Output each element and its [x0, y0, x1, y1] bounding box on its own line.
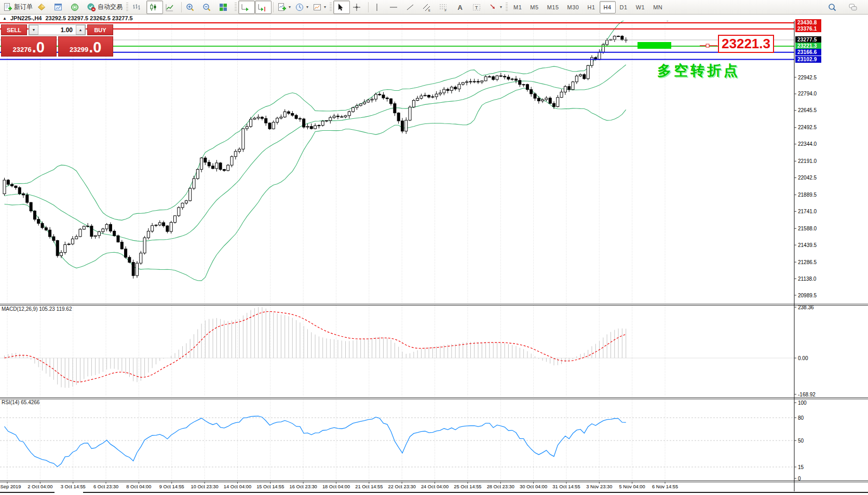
text-label-icon: T	[472, 3, 481, 12]
svg-text:31 Oct 14:55: 31 Oct 14:55	[552, 484, 580, 489]
toolbar-separator	[181, 2, 182, 12]
svg-text:15 Oct 14:55: 15 Oct 14:55	[256, 484, 284, 489]
volume-decrease-button[interactable]: ▼	[29, 25, 38, 35]
timeframe-mn-button[interactable]: MN	[649, 1, 667, 13]
svg-text:22 Oct 23:30: 22 Oct 23:30	[388, 484, 416, 489]
chevron-down-icon[interactable]: ▾	[306, 5, 308, 9]
toolbar-chart-shift-button[interactable]	[255, 1, 272, 14]
crosshair-icon	[352, 3, 361, 12]
bottom-edge-segment	[0, 492, 55, 493]
svg-text:6 Nov 14:55: 6 Nov 14:55	[652, 484, 678, 489]
toolbar-horizontal-line-button[interactable]	[387, 1, 403, 14]
timeframe-m30-button[interactable]: M30	[563, 1, 584, 13]
toolbar-tile-windows-button[interactable]	[216, 1, 233, 14]
timeframe-m5-button[interactable]: M5	[526, 1, 542, 13]
buy-button[interactable]: BUY	[87, 24, 113, 35]
toolbar-separator	[330, 3, 332, 12]
toolbar-indicators-button[interactable]: ▾	[275, 1, 293, 14]
toolbar-fibonacci-button[interactable]: F	[437, 1, 453, 14]
toolbar-arrows-button[interactable]: ▾	[486, 1, 504, 14]
price-axis[interactable]: 22942.522794.022645.522492.522344.022191…	[794, 75, 817, 482]
svg-text:8 Oct 04:00: 8 Oct 04:00	[126, 484, 151, 489]
toolbar-candles-chart-button[interactable]	[146, 1, 163, 14]
toolbar-autotrading-button[interactable]: 自动交易	[85, 1, 125, 14]
toolbar-zoom-in-button[interactable]	[183, 1, 200, 14]
chevron-down-icon[interactable]: ▾	[500, 5, 502, 9]
timeframe-m15-button[interactable]: M15	[543, 1, 563, 13]
price-callout-label[interactable]: 23221.3	[718, 35, 774, 53]
toolbar-crosshair-button[interactable]	[350, 1, 367, 14]
toolbar-chat-button[interactable]	[846, 1, 863, 14]
toolbar-text-label-button[interactable]: T	[470, 1, 486, 14]
sell-button[interactable]: SELL	[1, 24, 27, 35]
timeframe-d1-button[interactable]: D1	[616, 1, 632, 13]
chevron-down-icon[interactable]: ▾	[324, 5, 326, 9]
time-axis[interactable]: 30 Sep 20192 Oct 04:003 Oct 14:556 Oct 2…	[0, 482, 678, 490]
timeframe-w1-button[interactable]: W1	[632, 1, 649, 13]
sell-price-frac: .0	[32, 40, 45, 55]
rsi-header: RSI(14) 65.4266	[2, 400, 39, 405]
toolbar-trendline-button[interactable]	[403, 1, 420, 14]
svg-text:22344.0: 22344.0	[798, 141, 817, 147]
toolbar-zoom-out-button[interactable]	[200, 1, 216, 14]
toolbar-cursor-button[interactable]	[333, 1, 350, 14]
toolbar-styler-button[interactable]	[35, 1, 51, 14]
chart-title: ▲ JPN225-,H4 23292.5 23297.5 23262.5 232…	[3, 15, 133, 21]
svg-text:22645.5: 22645.5	[798, 107, 817, 113]
volume-value[interactable]: 1.00	[38, 25, 76, 35]
toolbar-search-button[interactable]	[825, 1, 842, 14]
rsi-line	[5, 416, 626, 467]
chat-icon	[848, 3, 858, 12]
toolbar-charts-window-button[interactable]	[51, 1, 68, 14]
buy-price-main: 23299	[70, 45, 88, 55]
toolbar-equidistant-channel-button[interactable]: E	[420, 1, 437, 14]
svg-text:28 Oct 23:30: 28 Oct 23:30	[487, 484, 514, 489]
volume-increase-button[interactable]: ▲	[76, 25, 85, 35]
text-icon: A	[455, 3, 465, 12]
toolbar-group	[238, 0, 272, 15]
svg-text:5 Nov 04:00: 5 Nov 04:00	[619, 484, 645, 489]
toolbar-line-chart-button[interactable]	[163, 1, 180, 14]
svg-text:T: T	[475, 5, 478, 10]
collapse-triangle-icon[interactable]: ▲	[3, 16, 7, 21]
timeframe-h1-button[interactable]: H1	[583, 1, 599, 13]
svg-text:6 Oct 23:30: 6 Oct 23:30	[93, 484, 118, 489]
svg-text:22794.0: 22794.0	[798, 91, 817, 97]
macd-header: MACD(12,26,9) 105.23 119.62	[2, 306, 72, 312]
toolbar-bars-chart-button[interactable]	[130, 1, 146, 14]
toolbar-auto-scroll-button[interactable]	[238, 1, 255, 14]
svg-text:3 Oct 14:55: 3 Oct 14:55	[61, 484, 86, 489]
main-toolbar: 新订单自动交易▾▾▾EFAT▾M1M5M15M30H1H4D1W1MN	[0, 0, 868, 15]
svg-text:21588.0: 21588.0	[798, 226, 817, 231]
svg-text:238.36: 238.36	[798, 305, 814, 310]
svg-text:0: 0	[798, 476, 801, 482]
price-level-chip[interactable]: 23102.9	[795, 56, 821, 63]
timeframe-h4-button[interactable]: H4	[600, 1, 616, 13]
highlight-rect-annotation[interactable]	[638, 42, 671, 49]
buy-price[interactable]: 23299 .0	[58, 36, 114, 57]
toolbar-new-order-button[interactable]: 新订单	[1, 1, 35, 14]
price-level-chip[interactable]: 23166.6	[795, 49, 821, 56]
toolbar-new-order-label: 新订单	[14, 3, 33, 11]
horizontal-line-icon	[389, 3, 398, 12]
toolbar-templates-button[interactable]: ▾	[310, 1, 328, 14]
price-level-chip[interactable]: 23277.5	[795, 36, 821, 43]
toolbar-signals-button[interactable]	[68, 1, 85, 14]
price-level-lines[interactable]	[0, 15, 794, 60]
sell-price[interactable]: 23276 .0	[1, 36, 57, 57]
svg-text:20989.5: 20989.5	[798, 293, 817, 298]
charts-window-icon	[53, 3, 63, 12]
chevron-down-icon[interactable]: ▾	[289, 5, 291, 9]
toolbar-periods-button[interactable]: ▾	[293, 1, 310, 14]
timeframe-m1-button[interactable]: M1	[509, 1, 526, 13]
svg-text:30 Oct 04:00: 30 Oct 04:00	[520, 484, 547, 489]
toolbar-text-button[interactable]: A	[453, 1, 470, 14]
toolbar-vertical-line-button[interactable]	[370, 1, 387, 14]
svg-text:10 Oct 23:30: 10 Oct 23:30	[191, 484, 218, 489]
svg-text:100: 100	[798, 400, 807, 406]
price-level-chip[interactable]: 23376.1	[795, 25, 821, 32]
toolbar-separator	[235, 3, 237, 12]
candles-chart-icon	[148, 3, 158, 12]
chart-shift-icon	[257, 3, 266, 12]
turning-point-annotation[interactable]: 多空转折点	[657, 61, 740, 80]
